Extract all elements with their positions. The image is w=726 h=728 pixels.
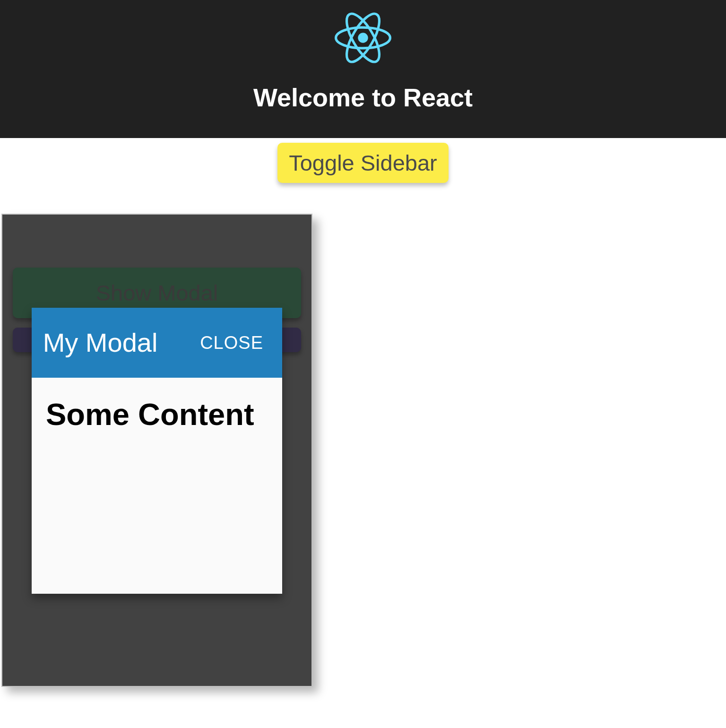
modal-title: My Modal: [36, 329, 164, 357]
modal-overlay: My Modal CLOSE Some Content: [32, 308, 282, 594]
modal: My Modal CLOSE Some Content: [32, 308, 282, 594]
logo-container: [0, 9, 726, 83]
sidebar: Show Modal My Modal CLOSE Some Content: [1, 214, 312, 687]
toggle-row: Toggle Sidebar: [0, 138, 726, 183]
app-header: Welcome to React: [0, 0, 726, 138]
modal-content-heading: Some Content: [46, 397, 268, 432]
page-title: Welcome to React: [0, 83, 726, 112]
modal-body: Some Content: [32, 378, 282, 451]
modal-close-button[interactable]: CLOSE: [200, 333, 263, 353]
toggle-sidebar-button[interactable]: Toggle Sidebar: [277, 143, 449, 183]
modal-header: My Modal CLOSE: [32, 308, 282, 378]
react-logo-icon: [335, 9, 391, 66]
svg-point-0: [358, 33, 368, 43]
